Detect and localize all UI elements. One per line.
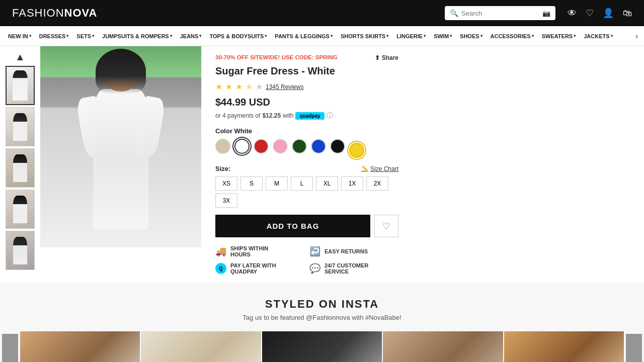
share-label: Share (382, 54, 398, 61)
nav-item-jackets[interactable]: JACKETS ▾ (580, 26, 616, 46)
quadpay-badge[interactable]: quadpay (295, 112, 324, 120)
thumbnail-panel: ▲ (0, 46, 40, 283)
size-grid: XS S M L XL 1X 2X 3X (215, 176, 398, 208)
insta-section: STYLED ON INSTA Tag us to be featured @F… (0, 283, 644, 362)
nav: NEW IN ▾ DRESSES ▾ SETS ▾ JUMPSUITS & RO… (0, 26, 644, 46)
insta-subtitle: Tag us to be featured @Fashionnova with … (0, 314, 644, 321)
ships-icon: 🚚 (215, 246, 226, 257)
insta-photos-wrap: ‹ › (0, 331, 644, 362)
product-title: Sugar Free Dress - White (215, 65, 398, 77)
nav-item-shorts-skirts[interactable]: SHORTS SKIRTS ▾ (337, 26, 392, 46)
quadpay-info: or 4 payments of $12.25 with quadpay ⓘ (215, 111, 398, 120)
eye-icon[interactable]: 👁 (568, 8, 577, 19)
search-input[interactable] (461, 10, 539, 17)
swatch-red[interactable] (254, 139, 269, 154)
thumbnail-3[interactable] (6, 148, 35, 188)
star-3: ★ (235, 82, 243, 92)
share-button[interactable]: ⬆ Share (375, 54, 398, 61)
returns-text: EASY RETURNS (325, 248, 368, 254)
logo-bold: NOVA (64, 7, 98, 19)
nav-item-jumpsuits[interactable]: JUMPSUITS & ROMPERS ▾ (98, 26, 176, 46)
logo-text: FASHION (12, 7, 64, 19)
nav-arrow-right[interactable]: › (633, 32, 640, 41)
thumbnail-5[interactable] (6, 231, 35, 270)
reviews-link[interactable]: 1345 Reviews (266, 83, 303, 90)
camera-icon[interactable]: 📷 (542, 10, 550, 17)
size-3x[interactable]: 3X (215, 194, 237, 208)
color-value: White (234, 127, 252, 135)
ruler-icon: 📏 (361, 165, 368, 172)
size-2x[interactable]: 2X (366, 176, 388, 191)
insta-title: STYLED ON INSTA (0, 298, 644, 311)
nav-item-sweaters[interactable]: SWEATERS ▾ (538, 26, 580, 46)
size-l[interactable]: L (291, 176, 313, 191)
size-label: Size: (215, 165, 230, 172)
logo[interactable]: FASHIONNOVA (12, 7, 98, 20)
header: FASHIONNOVA 🔍 📷 👁 ♡ 👤 🛍 (0, 0, 644, 26)
feature-customer-service: 💬 24/7 CUSTOMERSERVICE (309, 262, 398, 275)
size-chart-link[interactable]: 📏 Size Chart (361, 165, 398, 172)
search-icon: 🔍 (450, 9, 458, 17)
swatch-black[interactable] (330, 139, 345, 154)
main-area: ▲ 30-70% OFF SITEWIDE! USE CO (0, 46, 644, 283)
quadpay-feature-text: PAY LATER WITHQUADPAY (230, 262, 276, 275)
returns-icon: ↩️ (309, 246, 320, 257)
nav-item-jeans[interactable]: JEANS ▾ (176, 26, 206, 46)
size-m[interactable]: M (266, 176, 288, 191)
nav-item-accessories[interactable]: ACCESSORIES ▾ (487, 26, 538, 46)
swatch-dark-green[interactable] (292, 139, 307, 154)
insta-photo-3 (262, 331, 382, 362)
add-to-bag-row: ADD TO BAG ♡ (215, 215, 398, 237)
search-bar: 🔍 📷 (445, 6, 555, 20)
swatch-white[interactable] (234, 139, 250, 154)
product-info-panel: 30-70% OFF SITEWIDE! USE CODE: SPRING ⬆ … (201, 46, 413, 283)
insta-photos (20, 331, 624, 362)
ships-text: SHIPS WITHINHOURS (230, 245, 268, 257)
color-swatches (215, 139, 398, 158)
swatch-pink[interactable] (273, 139, 288, 154)
nav-item-shoes[interactable]: SHOES ▾ (456, 26, 487, 46)
quadpay-info-icon[interactable]: ⓘ (327, 111, 333, 120)
nav-item-dresses[interactable]: DRESSES ▾ (35, 26, 73, 46)
nav-item-lingerie[interactable]: LINGERIE ▾ (392, 26, 430, 46)
nav-item-swim[interactable]: SWIM ▾ (430, 26, 456, 46)
size-s[interactable]: S (240, 176, 263, 191)
product-price: $44.99 USD (215, 97, 398, 108)
color-section: Color White (215, 127, 398, 158)
thumbnail-2[interactable] (6, 107, 35, 146)
customer-service-text: 24/7 CUSTOMERSERVICE (325, 262, 368, 275)
star-2: ★ (225, 82, 232, 92)
product-features: 🚚 SHIPS WITHINHOURS ↩️ EASY RETURNS Q PA… (215, 245, 398, 275)
size-1x[interactable]: 1X (341, 176, 363, 191)
thumbnail-scroll-up[interactable]: ▲ (14, 50, 26, 64)
account-icon[interactable]: 👤 (603, 8, 614, 19)
nav-item-tops[interactable]: TOPS & BODYSUITS ▾ (205, 26, 271, 46)
size-xs[interactable]: XS (215, 176, 237, 191)
insta-photo-5 (504, 331, 624, 362)
thumbnail-4[interactable] (6, 190, 35, 229)
add-to-bag-button[interactable]: ADD TO BAG (215, 215, 370, 237)
swatch-blue[interactable] (311, 139, 326, 154)
nav-item-pants[interactable]: PANTS & LEGGINGS ▾ (271, 26, 337, 46)
swatch-yellow[interactable] (349, 143, 364, 158)
nav-item-sets[interactable]: SETS ▾ (72, 26, 98, 46)
feature-quadpay: Q PAY LATER WITHQUADPAY (215, 262, 304, 275)
thumbnail-1[interactable] (6, 66, 35, 105)
star-empty: ★ (256, 82, 263, 92)
nav-item-new-in[interactable]: NEW IN ▾ (4, 26, 35, 46)
feature-returns: ↩️ EASY RETURNS (309, 245, 398, 257)
color-label: Color White (215, 127, 398, 135)
wishlist-icon[interactable]: ♡ (586, 8, 594, 19)
main-product-image (40, 46, 201, 247)
feature-ships: 🚚 SHIPS WITHINHOURS (215, 245, 304, 257)
insta-photo-2 (141, 331, 261, 362)
insta-arrow-left[interactable]: ‹ (2, 334, 18, 362)
insta-photo-4 (383, 331, 503, 362)
cart-icon[interactable]: 🛍 (623, 8, 632, 19)
size-xl[interactable]: XL (316, 176, 338, 191)
swatch-beige[interactable] (215, 139, 230, 154)
star-1: ★ (215, 82, 222, 92)
insta-arrow-right[interactable]: › (626, 334, 642, 362)
wishlist-heart-button[interactable]: ♡ (374, 215, 398, 237)
share-icon: ⬆ (375, 54, 380, 61)
